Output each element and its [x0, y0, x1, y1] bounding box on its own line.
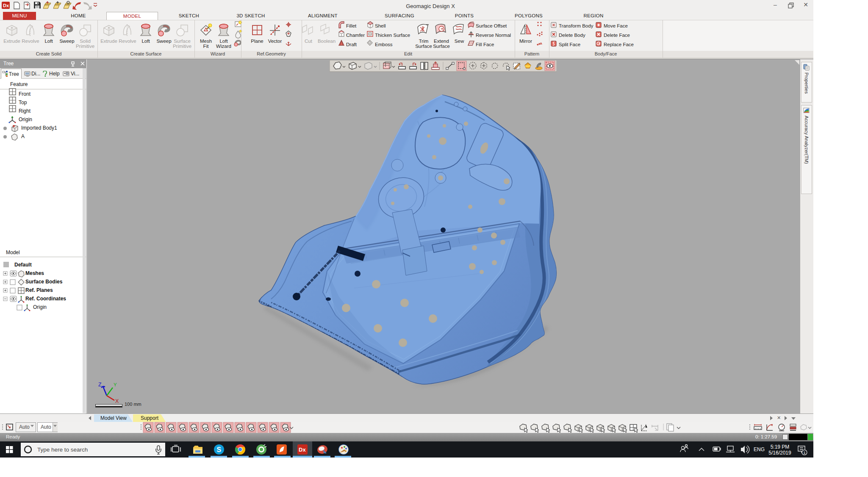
svg-text:ENG: ENG — [754, 446, 765, 452]
svg-text:Dx: Dx — [3, 3, 9, 8]
svg-text:Dx: Dx — [299, 446, 306, 453]
svg-text:1: 1 — [803, 451, 805, 455]
svg-text:5/16/2019: 5/16/2019 — [768, 450, 791, 456]
svg-text:5:19 PM: 5:19 PM — [771, 444, 790, 450]
svg-text:Y: Y — [114, 382, 117, 387]
svg-text:Type here to search: Type here to search — [37, 446, 88, 453]
svg-text:Z: Z — [98, 382, 102, 388]
svg-text:X: X — [115, 398, 119, 404]
svg-text:S: S — [217, 446, 222, 453]
